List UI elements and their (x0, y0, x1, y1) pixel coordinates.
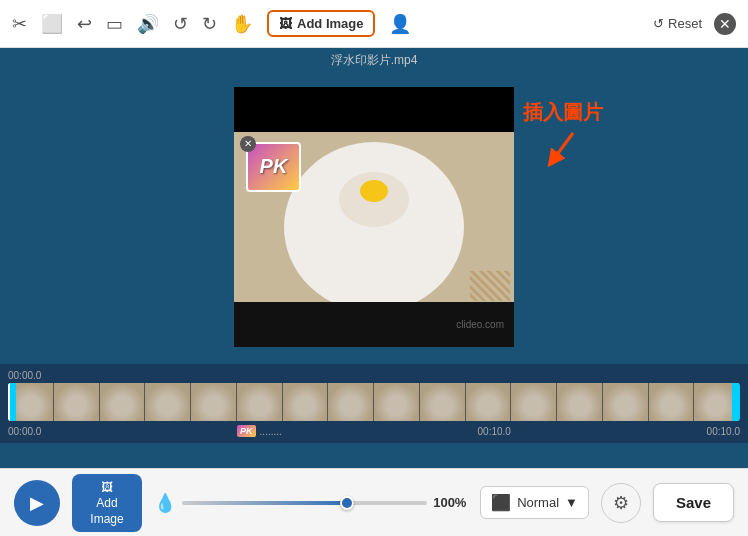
timeline-bottom-start: 00:00.0 (8, 426, 41, 437)
timeline-pk-mini: PK (237, 425, 256, 437)
reset-label: Reset (668, 16, 702, 31)
timeline-time-top: 00:00.0 (0, 370, 748, 381)
cut-icon[interactable]: ✂ (12, 13, 27, 35)
forward-icon[interactable]: ↻ (202, 13, 217, 35)
blend-mode-button[interactable]: ⬛ Normal ▼ (480, 486, 589, 519)
timeline-pk-dots: ........ (260, 426, 282, 437)
back-icon[interactable]: ↺ (173, 13, 188, 35)
save-label: Save (676, 494, 711, 511)
video-bottom-black: clideo.com (234, 302, 514, 347)
frame-thumb (420, 383, 466, 421)
frame-thumb (54, 383, 100, 421)
add-image-bottom-button[interactable]: 🖼 Add Image (72, 474, 142, 532)
save-button[interactable]: Save (653, 483, 734, 522)
add-image-icon: 🖼 (279, 16, 292, 31)
slider-thumb[interactable] (340, 496, 354, 510)
bottom-bar: ▶ 🖼 Add Image 💧 100% ⬛ Normal ▼ ⚙ Save (0, 468, 748, 536)
frame-thumb (328, 383, 374, 421)
toolbar-right: ↺ Reset ✕ (653, 13, 736, 35)
add-image-bottom-icon: 🖼 (101, 480, 113, 494)
timeline-track[interactable] (8, 383, 740, 421)
add-image-bottom-line1: Add (96, 496, 117, 510)
watermark-text: clideo.com (456, 319, 504, 330)
blend-mode-label: Normal (517, 495, 559, 510)
play-button[interactable]: ▶ (14, 480, 60, 526)
settings-button[interactable]: ⚙ (601, 483, 641, 523)
timeline-mid-time: 00:10.0 (478, 426, 511, 437)
hatch-overlay (470, 271, 510, 301)
toolbar-left: ✂ ⬜ ↩ ▭ 🔊 ↺ ↻ ✋ 🖼 Add Image 👤 (12, 10, 411, 37)
svg-line-1 (553, 133, 573, 160)
frame-thumb (100, 383, 146, 421)
add-image-label: Add Image (297, 16, 363, 31)
frame-thumb (374, 383, 420, 421)
arrow-icon (543, 128, 583, 168)
timeline-playhead[interactable] (8, 383, 10, 421)
pk-logo-text: PK (260, 155, 288, 178)
frame-thumb (237, 383, 283, 421)
add-image-bottom-line2: Image (90, 512, 123, 526)
blend-icon: ⬛ (491, 493, 511, 512)
main-area: clideo.com ✕ PK 插入圖片 (0, 69, 748, 364)
timeline-area: 00:00.0 00:00.0 PK .... (0, 364, 748, 443)
timeline-handle-right[interactable] (732, 383, 740, 421)
timeline-pk-row: 00:00.0 PK ........ 00:10.0 00:10.0 (0, 423, 748, 439)
plate (284, 142, 464, 302)
insert-image-text: 插入圖片 (523, 99, 603, 126)
opacity-slider[interactable] (182, 501, 427, 505)
insert-label-area: 插入圖片 (523, 99, 603, 168)
crop-icon[interactable]: ⬜ (41, 13, 63, 35)
opacity-icon: 💧 (154, 492, 176, 514)
pk-overlay[interactable]: ✕ PK (246, 142, 301, 192)
frame-thumb (557, 383, 603, 421)
dropdown-arrow-icon: ▼ (565, 495, 578, 510)
video-top-black (234, 87, 514, 132)
frame-thumb (603, 383, 649, 421)
timeline-start-time: 00:00.0 (8, 370, 41, 381)
frame-thumb (145, 383, 191, 421)
close-button[interactable]: ✕ (714, 13, 736, 35)
person-icon[interactable]: 👤 (389, 13, 411, 35)
frame-thumb (649, 383, 695, 421)
volume-icon[interactable]: 🔊 (137, 13, 159, 35)
filename-text: 浮水印影片.mp4 (331, 53, 418, 67)
timeline-frames (8, 383, 740, 421)
reset-icon: ↺ (653, 16, 664, 31)
egg-yolk (360, 180, 388, 202)
brush-icon[interactable]: ✋ (231, 13, 253, 35)
timeline-end-time: 00:10.0 (707, 426, 740, 437)
reset-button[interactable]: ↺ Reset (653, 16, 702, 31)
frame-thumb (466, 383, 512, 421)
gear-icon: ⚙ (613, 492, 629, 514)
add-image-button[interactable]: 🖼 Add Image (267, 10, 375, 37)
frame-thumb (191, 383, 237, 421)
pk-close-button[interactable]: ✕ (240, 136, 256, 152)
history-icon[interactable]: ▭ (106, 13, 123, 35)
opacity-value: 100% (433, 495, 468, 510)
undo-icon[interactable]: ↩ (77, 13, 92, 35)
frame-thumb (283, 383, 329, 421)
video-preview: clideo.com ✕ PK (234, 87, 514, 347)
timeline-pk-label: PK ........ (237, 425, 282, 437)
filename-bar: 浮水印影片.mp4 (0, 48, 748, 69)
egg (339, 172, 409, 227)
top-toolbar: ✂ ⬜ ↩ ▭ 🔊 ↺ ↻ ✋ 🖼 Add Image 👤 ↺ Reset ✕ (0, 0, 748, 48)
frame-thumb (511, 383, 557, 421)
video-inner: clideo.com (234, 87, 514, 347)
opacity-control: 💧 100% (154, 492, 468, 514)
